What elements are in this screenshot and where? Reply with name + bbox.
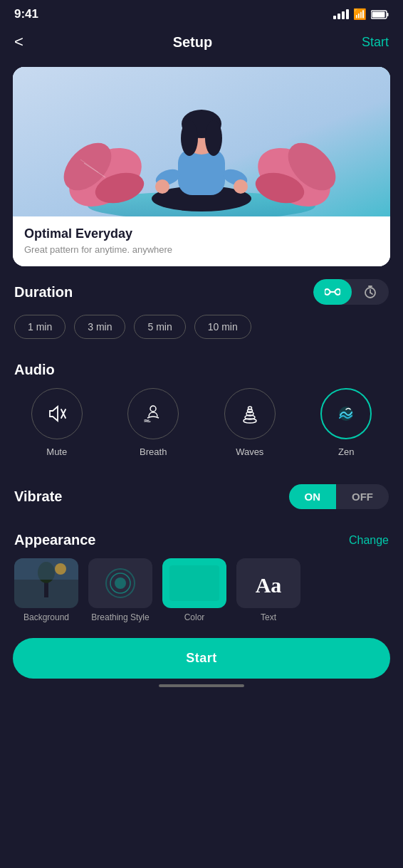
mute-label: Mute	[46, 446, 67, 457]
header: < Setup Start	[0, 26, 403, 61]
duration-infinity-button[interactable]	[313, 279, 352, 305]
svg-point-17	[181, 120, 198, 156]
appearance-color[interactable]: Color	[162, 558, 226, 622]
breath-icon	[142, 402, 164, 425]
svg-rect-36	[14, 558, 78, 580]
wifi-icon: 📶	[353, 8, 367, 21]
audio-options: Mute Breath	[14, 388, 389, 460]
hero-title: Optimal Everyday	[24, 226, 379, 241]
svg-point-26	[150, 406, 156, 412]
meditation-illustration	[13, 67, 390, 216]
text-label: Text	[261, 612, 276, 622]
duration-timer-button[interactable]	[352, 279, 389, 305]
vibrate-off-button[interactable]: OFF	[336, 484, 389, 509]
svg-point-37	[55, 563, 66, 575]
appearance-change-button[interactable]: Change	[349, 534, 389, 547]
audio-breath[interactable]: Breath	[127, 388, 179, 457]
svg-rect-2	[372, 11, 385, 17]
duration-3min[interactable]: 3 min	[74, 315, 125, 339]
breathing-style-thumb	[88, 558, 152, 608]
waves-label: Waves	[236, 446, 263, 457]
vibrate-section: Vibrate ON OFF	[0, 471, 403, 509]
mute-icon	[46, 402, 68, 425]
svg-point-21	[155, 179, 169, 194]
duration-10min[interactable]: 10 min	[194, 315, 251, 339]
signal-icon	[333, 9, 349, 19]
vibrate-toggle: ON OFF	[289, 484, 389, 509]
breath-label: Breath	[140, 446, 167, 457]
svg-rect-14	[178, 149, 225, 195]
start-button-container: Start	[0, 629, 403, 679]
audio-title: Audio	[14, 362, 55, 378]
audio-header: Audio	[14, 362, 389, 378]
hero-caption: Optimal Everyday Great pattern for anyti…	[13, 216, 390, 266]
svg-point-41	[115, 577, 126, 589]
zen-label: Zen	[338, 446, 354, 457]
battery-icon	[371, 10, 389, 19]
status-bar: 9:41 📶	[0, 0, 403, 26]
hero-subtitle: Great pattern for anytime. anywhere	[24, 244, 379, 255]
background-label: Background	[23, 612, 69, 622]
hero-illustration	[13, 67, 390, 216]
svg-rect-1	[387, 13, 389, 16]
audio-section: Audio Mute	[0, 349, 403, 460]
vibrate-title: Vibrate	[14, 488, 62, 505]
appearance-items: Background Breathing Style	[14, 558, 389, 629]
mute-circle	[31, 388, 83, 439]
breathing-style-label: Breathing Style	[91, 612, 149, 622]
svg-point-31	[248, 407, 251, 409]
waves-icon	[239, 402, 261, 425]
audio-waves[interactable]: Waves	[224, 388, 276, 457]
back-button[interactable]: <	[14, 33, 23, 51]
appearance-background[interactable]: Background	[14, 558, 78, 622]
audio-mute[interactable]: Mute	[31, 388, 83, 457]
color-label: Color	[184, 612, 205, 622]
duration-toggle	[313, 279, 389, 305]
zen-icon	[335, 402, 357, 425]
duration-1min[interactable]: 1 min	[14, 315, 66, 339]
duration-header: Duration	[14, 279, 389, 305]
text-thumb: Aa	[236, 558, 300, 608]
page-title: Setup	[173, 34, 213, 51]
color-thumb	[162, 558, 226, 608]
appearance-header: Appearance Change	[14, 532, 389, 548]
duration-section: Duration 1 min 3 min 5 min 10 min	[0, 266, 403, 342]
vibrate-header: Vibrate ON OFF	[14, 484, 389, 509]
appearance-section: Appearance Change Background	[0, 519, 403, 629]
appearance-title: Appearance	[14, 532, 96, 548]
appearance-breathing-style[interactable]: Breathing Style	[88, 558, 152, 622]
home-bar	[159, 684, 244, 687]
background-thumb	[14, 558, 78, 608]
zen-circle	[320, 388, 372, 439]
breath-circle	[127, 388, 179, 439]
svg-point-18	[205, 120, 222, 156]
vibrate-on-button[interactable]: ON	[289, 484, 337, 509]
header-start-button[interactable]: Start	[362, 35, 389, 50]
svg-rect-43	[169, 565, 219, 601]
start-button[interactable]: Start	[13, 638, 390, 679]
appearance-text[interactable]: Aa Text	[236, 558, 300, 622]
svg-text:Aa: Aa	[256, 573, 282, 597]
waves-circle	[224, 388, 276, 439]
svg-point-22	[234, 179, 248, 194]
hero-card: Optimal Everyday Great pattern for anyti…	[13, 67, 390, 266]
duration-5min[interactable]: 5 min	[134, 315, 185, 339]
duration-title: Duration	[14, 284, 73, 300]
audio-zen[interactable]: Zen	[320, 388, 372, 457]
status-time: 9:41	[14, 7, 38, 21]
status-icons: 📶	[333, 8, 389, 21]
home-indicator	[0, 679, 403, 696]
duration-pills: 1 min 3 min 5 min 10 min	[14, 315, 389, 342]
